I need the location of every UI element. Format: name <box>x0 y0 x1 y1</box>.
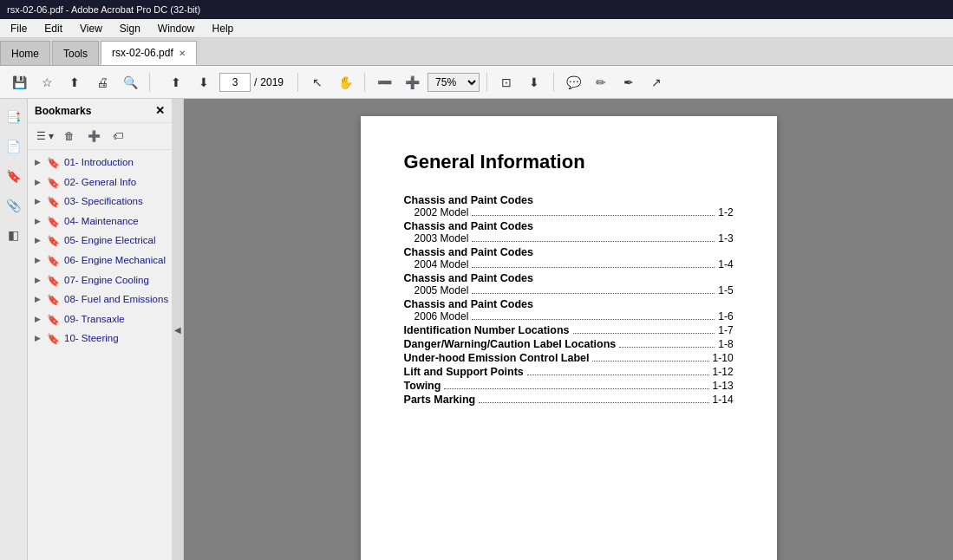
bookmark-toggle-08[interactable]: ▶ <box>35 295 47 305</box>
hand-tool-button[interactable]: ✋ <box>333 70 357 94</box>
bookmark-label-06: 06- Engine Mechanical <box>64 254 168 267</box>
fit-page-button[interactable]: ⊡ <box>494 70 519 94</box>
bookmark-label-03: 03- Specifications <box>64 195 168 208</box>
toc-sub-3[interactable]: 2005 Model 1-5 <box>404 284 734 296</box>
pdf-viewer: General Information Chassis and Paint Co… <box>184 99 953 560</box>
bookmarks-toolbar: ☰ ▾ 🗑 ➕ 🏷 <box>28 123 172 150</box>
bookmark-icon-02: 🔖 <box>47 177 61 191</box>
panel-icon-bookmarks[interactable]: 📑 <box>3 106 25 128</box>
bookmark-add-button[interactable]: ☆ <box>35 70 59 94</box>
toc-entry-9[interactable]: Towing 1-13 <box>404 380 734 392</box>
toc-entry-3: Chassis and Paint Codes 2005 Model 1-5 <box>404 272 734 296</box>
menu-sign[interactable]: Sign <box>113 21 147 36</box>
toc-title-2[interactable]: Chassis and Paint Codes <box>404 246 734 258</box>
bookmark-icon-07: 🔖 <box>47 275 61 289</box>
sign-button[interactable]: ✒ <box>617 70 641 94</box>
bookmark-toggle-06[interactable]: ▶ <box>35 256 47 266</box>
bookmark-item-03[interactable]: ▶ 🔖 03- Specifications <box>28 192 172 212</box>
comment-button[interactable]: 💬 <box>561 70 585 94</box>
highlight-button[interactable]: ✏ <box>589 70 613 94</box>
bookmark-icon-06: 🔖 <box>47 255 61 269</box>
panel-icons: 📑 📄 🔖 📎 ◧ <box>0 99 28 560</box>
page-input[interactable] <box>219 73 251 92</box>
download-button[interactable]: ⬇ <box>522 70 546 94</box>
tab-tools-label: Tools <box>63 48 88 60</box>
toc-entry-5[interactable]: Identification Number Locations 1-7 <box>404 324 734 336</box>
tab-home[interactable]: Home <box>0 41 50 65</box>
bookmark-item-08[interactable]: ▶ 🔖 08- Fuel and Emissions <box>28 290 172 310</box>
pdf-heading: General Information <box>404 151 734 173</box>
bookmark-toggle-02[interactable]: ▶ <box>35 178 47 188</box>
bm-options-button[interactable]: ☰ ▾ <box>35 127 55 146</box>
toc-sub-0[interactable]: 2002 Model 1-2 <box>404 206 734 218</box>
bookmark-toggle-05[interactable]: ▶ <box>35 236 47 246</box>
next-page-button[interactable]: ⬇ <box>192 70 216 94</box>
page-separator: / <box>254 76 257 88</box>
toc-sub-4[interactable]: 2006 Model 1-6 <box>404 310 734 322</box>
menu-edit[interactable]: Edit <box>37 21 69 36</box>
bookmarks-title: Bookmarks <box>35 105 91 117</box>
bookmark-item-01[interactable]: ▶ 🔖 01- Introduction <box>28 153 172 173</box>
bm-new-button[interactable]: ➕ <box>83 127 104 146</box>
toolbar: 💾 ☆ ⬆ 🖨 🔍 ⬆ ⬇ / 2019 ↖ ✋ ➖ ➕ 75% 50% 100… <box>0 66 953 99</box>
bookmark-item-07[interactable]: ▶ 🔖 07- Engine Cooling <box>28 271 172 291</box>
bookmark-label-09: 09- Transaxle <box>64 313 168 326</box>
toc-title-1[interactable]: Chassis and Paint Codes <box>404 220 734 232</box>
toc-title-3[interactable]: Chassis and Paint Codes <box>404 272 734 284</box>
panel-icon-pages[interactable]: 📄 <box>3 135 25 158</box>
bookmark-item-10[interactable]: ▶ 🔖 10- Steering <box>28 329 172 349</box>
bookmark-toggle-10[interactable]: ▶ <box>35 334 47 344</box>
share-button[interactable]: ↗ <box>644 70 669 94</box>
bm-tag-button[interactable]: 🏷 <box>108 127 128 146</box>
menu-window[interactable]: Window <box>151 21 202 36</box>
zoom-in-button[interactable]: ➕ <box>400 70 424 94</box>
bookmark-label-04: 04- Maintenance <box>64 215 168 228</box>
menu-file[interactable]: File <box>3 21 34 36</box>
toc-entry-6[interactable]: Danger/Warning/Caution Label Locations 1… <box>404 338 734 350</box>
toc-entry-10[interactable]: Parts Marking 1-14 <box>404 394 734 406</box>
bm-delete-button[interactable]: 🗑 <box>59 127 80 146</box>
tab-close-icon[interactable]: ✕ <box>179 49 186 58</box>
bookmark-icon-04: 🔖 <box>47 216 61 230</box>
bookmark-toggle-09[interactable]: ▶ <box>35 315 47 325</box>
sidebar-toggle[interactable]: ◀ <box>172 99 184 560</box>
bookmark-item-04[interactable]: ▶ 🔖 04- Maintenance <box>28 212 172 232</box>
menu-help[interactable]: Help <box>206 21 241 36</box>
menu-bar: File Edit View Sign Window Help <box>0 19 953 38</box>
bookmark-item-06[interactable]: ▶ 🔖 06- Engine Mechanical <box>28 251 172 271</box>
toc-entry-7[interactable]: Under-hood Emission Control Label 1-10 <box>404 352 734 364</box>
bookmark-toggle-01[interactable]: ▶ <box>35 158 47 168</box>
tab-tools[interactable]: Tools <box>52 41 99 65</box>
tab-pdf[interactable]: rsx-02-06.pdf ✕ <box>101 41 197 65</box>
zoom-select[interactable]: 75% 50% 100% 125% 150% <box>428 73 480 92</box>
print-button[interactable]: 🖨 <box>90 70 114 94</box>
bookmark-item-02[interactable]: ▶ 🔖 02- General Info <box>28 173 172 193</box>
bookmark-toggle-04[interactable]: ▶ <box>35 217 47 227</box>
save-button[interactable]: 💾 <box>7 70 31 94</box>
toc-title-4[interactable]: Chassis and Paint Codes <box>404 298 734 310</box>
cursor-tool-button[interactable]: ↖ <box>305 70 330 94</box>
toc-entry-8[interactable]: Lift and Support Points 1-12 <box>404 366 734 378</box>
bookmarks-close-icon[interactable]: ✕ <box>155 104 165 117</box>
tab-home-label: Home <box>11 48 39 60</box>
zoom-out-button[interactable]: ➖ <box>372 70 396 94</box>
toc-title-0[interactable]: Chassis and Paint Codes <box>404 194 734 206</box>
search-button[interactable]: 🔍 <box>118 70 142 94</box>
bookmark-toggle-07[interactable]: ▶ <box>35 276 47 286</box>
bookmark-icon-09: 🔖 <box>47 314 61 328</box>
page-navigation: ⬆ ⬇ / 2019 <box>164 70 284 94</box>
menu-view[interactable]: View <box>73 21 109 36</box>
toc-sub-2[interactable]: 2004 Model 1-4 <box>404 258 734 270</box>
bookmark-item-05[interactable]: ▶ 🔖 05- Engine Electrical <box>28 231 172 251</box>
separator-3 <box>364 73 365 92</box>
bookmark-item-09[interactable]: ▶ 🔖 09- Transaxle <box>28 310 172 330</box>
panel-icon-bookmarks2[interactable]: 🔖 <box>3 165 25 187</box>
toc-sub-1[interactable]: 2003 Model 1-3 <box>404 232 734 244</box>
panel-icon-attachments[interactable]: 📎 <box>3 194 25 217</box>
upload-button[interactable]: ⬆ <box>62 70 87 94</box>
prev-page-button[interactable]: ⬆ <box>164 70 188 94</box>
panel-icon-layers[interactable]: ◧ <box>3 224 25 246</box>
separator-4 <box>486 73 487 92</box>
bookmark-icon-10: 🔖 <box>47 333 61 347</box>
bookmark-toggle-03[interactable]: ▶ <box>35 197 47 207</box>
